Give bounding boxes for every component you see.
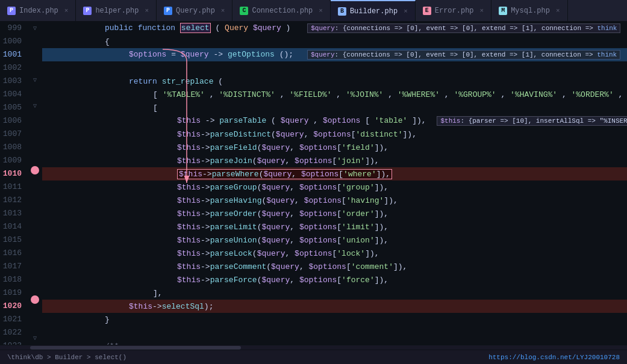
editor-area: 999 1000 1001 1002 1003 1004 1005 1006 1… bbox=[0, 22, 627, 364]
code-line-1013: $this->parseOrder($query, $options['orde… bbox=[42, 207, 627, 220]
code-line-1020: $this->selectSql); bbox=[42, 300, 627, 313]
code-line-1006: $this -> parseTable ( $query , $options … bbox=[42, 114, 627, 128]
tab-close-icon[interactable]: × bbox=[64, 7, 69, 14]
tab-label: Builder.php bbox=[350, 7, 398, 16]
breadcrumb-text: \think\db > Builder > select() bbox=[7, 354, 126, 361]
gutter: ▽ ▽ ▽ bbox=[28, 22, 42, 345]
code-line-1019: ], bbox=[42, 286, 627, 300]
code-area: 999 1000 1001 1002 1003 1004 1005 1006 1… bbox=[0, 22, 627, 345]
breakpoint-icon[interactable] bbox=[31, 166, 39, 174]
code-line-1005: [ bbox=[42, 101, 627, 114]
breakpoint-icon[interactable] bbox=[31, 295, 39, 304]
horizontal-scrollbar[interactable] bbox=[0, 345, 627, 350]
tab-label: Connection.php bbox=[252, 7, 313, 15]
tooltip-1006: $this: {parser => [10], insertAllSql => … bbox=[437, 116, 627, 126]
select-highlight: select bbox=[180, 23, 211, 33]
code-line-1003: return str_replace ( bbox=[42, 75, 627, 88]
code-line-1017: $this->parseComment($query, $options['co… bbox=[42, 260, 627, 273]
url-text: https://blog.csdn.net/LYJ20010728 bbox=[488, 354, 620, 361]
code-line-1008: $this->parseField($query, $options['fiel… bbox=[42, 141, 627, 154]
line-numbers: 999 1000 1001 1002 1003 1004 1005 1006 1… bbox=[0, 22, 28, 345]
tab-label: Index.php bbox=[19, 7, 58, 15]
tab-helper-php[interactable]: P helper.php × bbox=[76, 0, 157, 22]
code-line-1015: $this->parseUnion($query, $options['unio… bbox=[42, 233, 627, 247]
php-icon: E bbox=[423, 7, 431, 15]
php-icon: P bbox=[7, 7, 16, 15]
tab-close-icon[interactable]: × bbox=[480, 7, 484, 14]
code-line-1012: $this->parseHaving($query, $options['hav… bbox=[42, 194, 627, 207]
tab-bar: P Index.php × P helper.php × P Query.php… bbox=[0, 0, 627, 22]
code-line-1021: } bbox=[42, 313, 627, 326]
code-line-1009: $this->parseJoin($query, $options['join'… bbox=[42, 154, 627, 167]
tooltip-999: $query: {connections => [0], event => [0… bbox=[307, 23, 620, 33]
tab-close-icon[interactable]: × bbox=[145, 7, 149, 14]
tab-index-php[interactable]: P Index.php × bbox=[0, 0, 76, 22]
tab-connection-php[interactable]: C Connection.php × bbox=[232, 0, 330, 22]
code-line-1011: $this->parseGroup($query, $options['grou… bbox=[42, 180, 627, 194]
php-icon: P bbox=[164, 7, 172, 15]
tab-builder-php[interactable]: B Builder.php × bbox=[331, 0, 416, 22]
tab-close-icon[interactable]: × bbox=[556, 7, 560, 14]
code-line-999: public function select ( Query $query ) … bbox=[42, 22, 627, 35]
code-line-1002 bbox=[42, 61, 627, 75]
php-icon: P bbox=[83, 7, 92, 15]
php-icon: M bbox=[499, 7, 507, 15]
tab-label: Mysql.php bbox=[511, 7, 550, 15]
php-icon: B bbox=[338, 7, 346, 16]
tab-label: Error.php bbox=[435, 7, 474, 15]
code-line-1004: [ '%TABLE%' , '%DISTINCT%' , '%FIELD%' ,… bbox=[42, 88, 627, 101]
code-line-1023: /** bbox=[42, 339, 627, 345]
code-content: public function select ( Query $query ) … bbox=[42, 22, 627, 345]
tab-error-php[interactable]: E Error.php × bbox=[416, 0, 491, 22]
code-line-1000: { bbox=[42, 35, 627, 48]
tab-close-icon[interactable]: × bbox=[404, 8, 408, 15]
code-line-1007: $this->parseDistinct($query, $options['d… bbox=[42, 128, 627, 141]
fold-icon[interactable]: ▽ bbox=[31, 76, 39, 84]
php-icon: C bbox=[240, 7, 248, 15]
code-line-1016: $this->parseLock($query, $options['lock'… bbox=[42, 247, 627, 260]
tab-label: helper.php bbox=[95, 7, 139, 15]
tab-close-icon[interactable]: × bbox=[319, 7, 323, 14]
tab-mysql-php[interactable]: M Mysql.php × bbox=[491, 0, 567, 22]
tab-label: Query.php bbox=[176, 7, 215, 15]
fold-icon[interactable]: ▽ bbox=[31, 335, 39, 342]
code-line-1001: $options = $query -> getOptions (); $que… bbox=[42, 48, 627, 61]
code-line-1014: $this->parseLimit($query, $options['limi… bbox=[42, 220, 627, 233]
tab-close-icon[interactable]: × bbox=[221, 7, 225, 14]
fold-icon[interactable]: ▽ bbox=[31, 102, 39, 110]
breadcrumb: \think\db > Builder > select() bbox=[7, 354, 126, 361]
code-line-1022 bbox=[42, 326, 627, 339]
tooltip-1001: $query: {connections => [0], event => [0… bbox=[307, 50, 620, 60]
code-line-1018: $this->parseForce($query, $options['forc… bbox=[42, 273, 627, 286]
fold-icon[interactable]: ▽ bbox=[31, 25, 39, 32]
status-bar: \think\db > Builder > select() https://b… bbox=[0, 350, 627, 364]
tab-query-php[interactable]: P Query.php × bbox=[157, 0, 232, 22]
app-container: P Index.php × P helper.php × P Query.php… bbox=[0, 0, 627, 364]
code-line-1010: $this->parseWhere($query, $options['wher… bbox=[42, 167, 627, 180]
scrollbar-thumb[interactable] bbox=[30, 346, 241, 350]
